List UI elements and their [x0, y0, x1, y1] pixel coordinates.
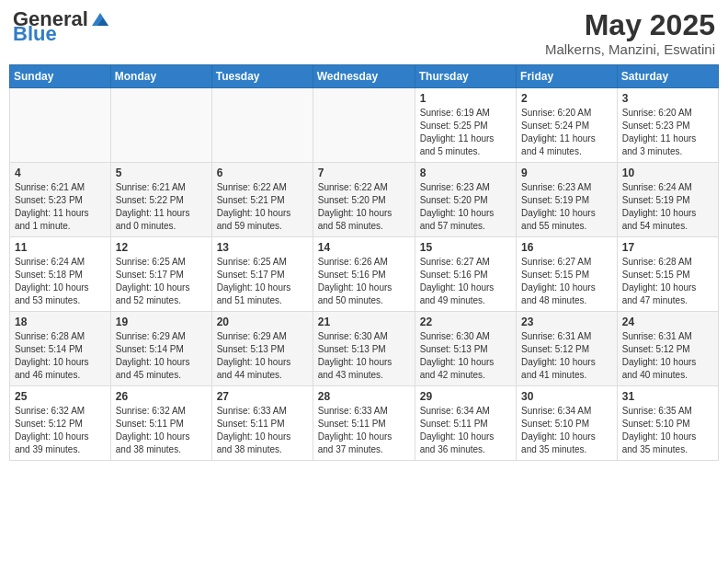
day-info: Sunrise: 6:22 AMSunset: 5:20 PMDaylight:… — [318, 181, 410, 233]
logo: General Blue — [13, 9, 110, 44]
day-info: Sunrise: 6:24 AMSunset: 5:19 PMDaylight:… — [622, 181, 713, 233]
day-number: 28 — [318, 390, 410, 403]
calendar-week-row: 18Sunrise: 6:28 AMSunset: 5:14 PMDayligh… — [10, 312, 719, 386]
calendar-cell — [313, 88, 415, 163]
day-info: Sunrise: 6:32 AMSunset: 5:12 PMDaylight:… — [15, 405, 106, 456]
calendar-cell: 16Sunrise: 6:27 AMSunset: 5:15 PMDayligh… — [517, 237, 618, 312]
day-number: 6 — [217, 167, 308, 179]
day-info: Sunrise: 6:27 AMSunset: 5:15 PMDaylight:… — [521, 256, 612, 307]
column-header-monday: Monday — [110, 65, 211, 88]
calendar-cell: 18Sunrise: 6:28 AMSunset: 5:14 PMDayligh… — [10, 312, 111, 386]
day-info: Sunrise: 6:29 AMSunset: 5:14 PMDaylight:… — [116, 330, 207, 382]
day-number: 25 — [15, 390, 106, 403]
calendar-week-row: 1Sunrise: 6:19 AMSunset: 5:25 PMDaylight… — [10, 88, 719, 163]
column-header-tuesday: Tuesday — [211, 65, 313, 88]
calendar-cell: 22Sunrise: 6:30 AMSunset: 5:13 PMDayligh… — [415, 312, 516, 386]
day-number: 14 — [318, 241, 410, 254]
calendar-cell — [110, 88, 211, 163]
calendar-table: SundayMondayTuesdayWednesdayThursdayFrid… — [9, 64, 719, 461]
calendar-cell: 10Sunrise: 6:24 AMSunset: 5:19 PMDayligh… — [617, 163, 718, 237]
calendar-cell: 23Sunrise: 6:31 AMSunset: 5:12 PMDayligh… — [517, 312, 618, 386]
day-info: Sunrise: 6:26 AMSunset: 5:16 PMDaylight:… — [318, 256, 410, 307]
day-info: Sunrise: 6:32 AMSunset: 5:11 PMDaylight:… — [116, 405, 207, 456]
day-info: Sunrise: 6:28 AMSunset: 5:15 PMDaylight:… — [622, 256, 713, 307]
day-number: 8 — [420, 167, 511, 179]
calendar-cell: 13Sunrise: 6:25 AMSunset: 5:17 PMDayligh… — [211, 237, 313, 312]
calendar-cell: 12Sunrise: 6:25 AMSunset: 5:17 PMDayligh… — [110, 237, 211, 312]
calendar-cell: 7Sunrise: 6:22 AMSunset: 5:20 PMDaylight… — [313, 163, 415, 237]
calendar-cell: 20Sunrise: 6:29 AMSunset: 5:13 PMDayligh… — [211, 312, 313, 386]
day-info: Sunrise: 6:19 AMSunset: 5:25 PMDaylight:… — [420, 107, 511, 158]
day-info: Sunrise: 6:23 AMSunset: 5:20 PMDaylight:… — [420, 181, 511, 233]
calendar-cell: 1Sunrise: 6:19 AMSunset: 5:25 PMDaylight… — [415, 88, 516, 163]
column-header-sunday: Sunday — [10, 65, 111, 88]
day-number: 27 — [217, 390, 308, 403]
day-info: Sunrise: 6:22 AMSunset: 5:21 PMDaylight:… — [217, 181, 308, 233]
logo-icon — [90, 11, 110, 28]
calendar-week-row: 4Sunrise: 6:21 AMSunset: 5:23 PMDaylight… — [10, 163, 719, 237]
day-number: 2 — [521, 92, 612, 105]
day-number: 21 — [318, 316, 410, 328]
column-header-friday: Friday — [517, 65, 618, 88]
day-info: Sunrise: 6:23 AMSunset: 5:19 PMDaylight:… — [521, 181, 612, 233]
day-number: 7 — [318, 167, 410, 179]
calendar-cell — [211, 88, 313, 163]
column-header-saturday: Saturday — [617, 65, 718, 88]
day-info: Sunrise: 6:20 AMSunset: 5:24 PMDaylight:… — [521, 107, 612, 158]
calendar-cell: 26Sunrise: 6:32 AMSunset: 5:11 PMDayligh… — [110, 386, 211, 461]
calendar-cell: 14Sunrise: 6:26 AMSunset: 5:16 PMDayligh… — [313, 237, 415, 312]
day-info: Sunrise: 6:34 AMSunset: 5:11 PMDaylight:… — [420, 405, 511, 456]
calendar-cell: 24Sunrise: 6:31 AMSunset: 5:12 PMDayligh… — [617, 312, 718, 386]
calendar-header-row: SundayMondayTuesdayWednesdayThursdayFrid… — [10, 65, 719, 88]
day-info: Sunrise: 6:35 AMSunset: 5:10 PMDaylight:… — [622, 405, 713, 456]
day-number: 4 — [15, 167, 106, 179]
day-number: 13 — [217, 241, 308, 254]
calendar-week-row: 11Sunrise: 6:24 AMSunset: 5:18 PMDayligh… — [10, 237, 719, 312]
calendar-cell: 3Sunrise: 6:20 AMSunset: 5:23 PMDaylight… — [617, 88, 718, 163]
day-info: Sunrise: 6:28 AMSunset: 5:14 PMDaylight:… — [15, 330, 106, 382]
day-number: 19 — [116, 316, 207, 328]
month-title: May 2025 — [545, 9, 715, 41]
day-number: 5 — [116, 167, 207, 179]
day-info: Sunrise: 6:34 AMSunset: 5:10 PMDaylight:… — [521, 405, 612, 456]
day-number: 9 — [521, 167, 612, 179]
calendar-cell: 27Sunrise: 6:33 AMSunset: 5:11 PMDayligh… — [211, 386, 313, 461]
day-number: 22 — [420, 316, 511, 328]
day-number: 24 — [622, 316, 713, 328]
title-section: May 2025 Malkerns, Manzini, Eswatini — [545, 9, 715, 57]
day-info: Sunrise: 6:21 AMSunset: 5:23 PMDaylight:… — [15, 181, 106, 233]
day-number: 29 — [420, 390, 511, 403]
calendar-cell: 2Sunrise: 6:20 AMSunset: 5:24 PMDaylight… — [517, 88, 618, 163]
day-number: 20 — [217, 316, 308, 328]
day-number: 11 — [15, 241, 106, 254]
calendar-cell: 4Sunrise: 6:21 AMSunset: 5:23 PMDaylight… — [10, 163, 111, 237]
day-info: Sunrise: 6:25 AMSunset: 5:17 PMDaylight:… — [217, 256, 308, 307]
location: Malkerns, Manzini, Eswatini — [545, 41, 715, 57]
day-info: Sunrise: 6:33 AMSunset: 5:11 PMDaylight:… — [217, 405, 308, 456]
calendar-cell: 31Sunrise: 6:35 AMSunset: 5:10 PMDayligh… — [617, 386, 718, 461]
calendar-cell: 15Sunrise: 6:27 AMSunset: 5:16 PMDayligh… — [415, 237, 516, 312]
day-number: 3 — [622, 92, 713, 105]
day-number: 15 — [420, 241, 511, 254]
calendar-cell: 28Sunrise: 6:33 AMSunset: 5:11 PMDayligh… — [313, 386, 415, 461]
calendar-cell: 25Sunrise: 6:32 AMSunset: 5:12 PMDayligh… — [10, 386, 111, 461]
calendar-cell: 8Sunrise: 6:23 AMSunset: 5:20 PMDaylight… — [415, 163, 516, 237]
day-info: Sunrise: 6:21 AMSunset: 5:22 PMDaylight:… — [116, 181, 207, 233]
day-number: 30 — [521, 390, 612, 403]
calendar-cell — [10, 88, 111, 163]
day-info: Sunrise: 6:25 AMSunset: 5:17 PMDaylight:… — [116, 256, 207, 307]
column-header-thursday: Thursday — [415, 65, 516, 88]
day-info: Sunrise: 6:20 AMSunset: 5:23 PMDaylight:… — [622, 107, 713, 158]
page-header: General Blue May 2025 Malkerns, Manzini,… — [9, 9, 719, 57]
day-number: 1 — [420, 92, 511, 105]
calendar-cell: 5Sunrise: 6:21 AMSunset: 5:22 PMDaylight… — [110, 163, 211, 237]
day-number: 12 — [116, 241, 207, 254]
day-info: Sunrise: 6:27 AMSunset: 5:16 PMDaylight:… — [420, 256, 511, 307]
day-number: 17 — [622, 241, 713, 254]
calendar-cell: 21Sunrise: 6:30 AMSunset: 5:13 PMDayligh… — [313, 312, 415, 386]
day-info: Sunrise: 6:30 AMSunset: 5:13 PMDaylight:… — [420, 330, 511, 382]
day-info: Sunrise: 6:30 AMSunset: 5:13 PMDaylight:… — [318, 330, 410, 382]
calendar-week-row: 25Sunrise: 6:32 AMSunset: 5:12 PMDayligh… — [10, 386, 719, 461]
column-header-wednesday: Wednesday — [313, 65, 415, 88]
calendar-cell: 17Sunrise: 6:28 AMSunset: 5:15 PMDayligh… — [617, 237, 718, 312]
